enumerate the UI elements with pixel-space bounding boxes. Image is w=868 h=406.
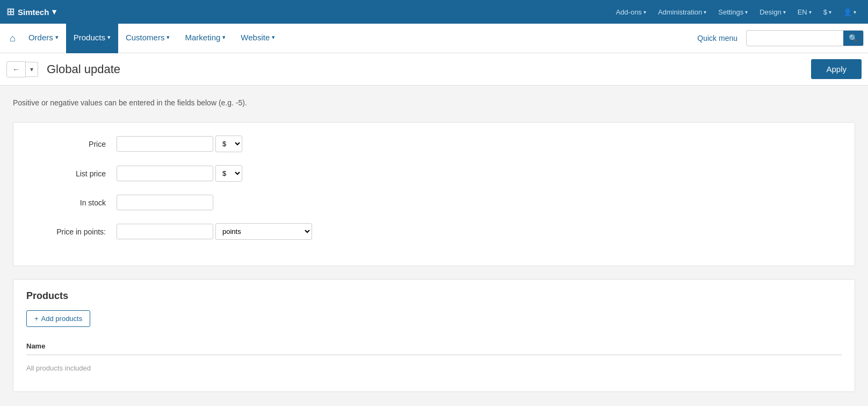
- nav-website[interactable]: Website ▾: [233, 24, 283, 53]
- quick-menu[interactable]: Quick menu: [689, 34, 746, 42]
- topbar-settings[interactable]: Settings ▾: [713, 6, 753, 18]
- grid-icon: ⊞: [6, 6, 15, 18]
- price-points-input[interactable]: [117, 224, 213, 239]
- price-row: Price $ %: [31, 136, 837, 152]
- list-price-row: List price $ %: [31, 165, 837, 182]
- plus-icon: +: [34, 315, 39, 323]
- price-label: Price: [31, 140, 117, 148]
- content-area: Positive or negative values can be enter…: [0, 86, 868, 406]
- add-products-button[interactable]: + Add products: [26, 310, 90, 327]
- page-header: ← ▾ Global update Apply: [0, 53, 868, 86]
- topbar-currency[interactable]: $ ▾: [818, 6, 837, 18]
- nav-marketing[interactable]: Marketing ▾: [177, 24, 233, 53]
- in-stock-label: In stock: [31, 198, 117, 207]
- price-currency-select[interactable]: $ %: [215, 136, 242, 152]
- price-points-row: Price in points: points: [31, 223, 837, 240]
- nav-products[interactable]: Products ▾: [66, 24, 118, 53]
- list-price-input[interactable]: [117, 166, 213, 181]
- secondary-nav: ⌂ Orders ▾ Products ▾ Customers ▾ Market…: [0, 24, 868, 53]
- topbar-nav: Add-ons ▾ Administration ▾ Settings ▾ De…: [610, 6, 862, 18]
- all-products-row: All products included: [26, 355, 842, 381]
- home-button[interactable]: ⌂: [4, 29, 21, 48]
- add-products-label: Add products: [41, 315, 83, 323]
- search-box: 🔍: [746, 30, 864, 46]
- topbar-design[interactable]: Design ▾: [754, 6, 791, 18]
- form-section: Price $ % List price $ % In stock Price …: [13, 122, 855, 266]
- list-price-label: List price: [31, 169, 117, 178]
- price-points-select[interactable]: points: [215, 223, 312, 240]
- in-stock-row: In stock: [31, 195, 837, 210]
- search-button[interactable]: 🔍: [843, 31, 863, 46]
- topbar-administration[interactable]: Administration ▾: [653, 6, 712, 18]
- apply-button[interactable]: Apply: [811, 59, 862, 79]
- price-input[interactable]: [117, 136, 213, 152]
- table-header-name: Name: [26, 338, 842, 355]
- back-icon: ←: [12, 65, 20, 74]
- products-section: Products + Add products Name All product…: [13, 279, 855, 392]
- topbar-user[interactable]: 👤 ▾: [838, 6, 862, 18]
- dropdown-icon: ▾: [30, 66, 33, 73]
- topbar-language[interactable]: EN ▾: [792, 6, 817, 18]
- brand-label: Simtech: [18, 8, 49, 17]
- topbar-addons[interactable]: Add-ons ▾: [610, 6, 651, 18]
- info-text: Positive or negative values can be enter…: [13, 98, 855, 107]
- products-section-title: Products: [26, 290, 842, 302]
- search-input[interactable]: [747, 32, 843, 45]
- page-title: Global update: [47, 62, 120, 76]
- price-points-label: Price in points:: [31, 227, 117, 236]
- topbar: ⊞ Simtech ▾ Add-ons ▾ Administration ▾ S…: [0, 0, 868, 24]
- brand-caret: ▾: [52, 7, 56, 17]
- in-stock-input[interactable]: [117, 195, 213, 210]
- header-dropdown-button[interactable]: ▾: [26, 62, 38, 77]
- nav-customers[interactable]: Customers ▾: [118, 24, 178, 53]
- list-price-currency-select[interactable]: $ %: [215, 165, 242, 182]
- brand[interactable]: ⊞ Simtech ▾: [6, 6, 56, 18]
- nav-orders[interactable]: Orders ▾: [21, 24, 66, 53]
- user-icon: 👤: [843, 8, 852, 16]
- back-button[interactable]: ←: [6, 61, 26, 77]
